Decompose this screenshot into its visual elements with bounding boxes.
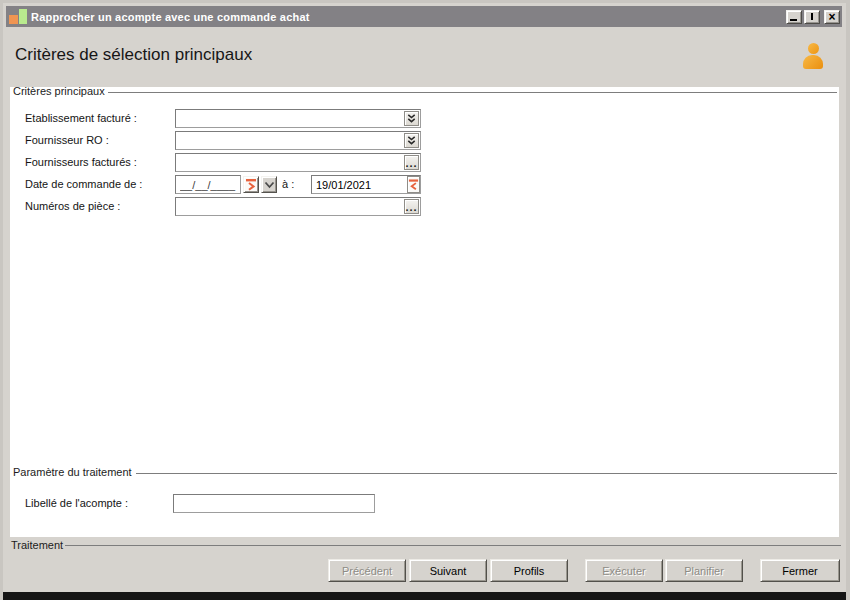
ellipsis-icon: ... bbox=[405, 161, 417, 165]
field-label-fournisseurs-factures: Fournisseurs facturés : bbox=[25, 156, 137, 168]
minimize-button[interactable] bbox=[786, 10, 802, 24]
numeros-piece-input[interactable] bbox=[175, 197, 421, 216]
title-bar[interactable]: Rapprocher un acompte avec une commande … bbox=[6, 6, 842, 27]
date-next-icon bbox=[245, 178, 257, 191]
double-chevron-down-icon bbox=[406, 135, 417, 146]
precedent-button[interactable]: Précédent bbox=[328, 559, 406, 582]
profils-button[interactable]: Profils bbox=[490, 559, 568, 582]
fermer-button[interactable]: Fermer bbox=[760, 559, 840, 582]
numeros-piece-field: ... bbox=[175, 197, 421, 216]
etablissement-input[interactable] bbox=[175, 109, 421, 128]
chevron-down-icon bbox=[264, 181, 275, 189]
maximize-icon bbox=[811, 13, 813, 20]
fournisseurs-factures-field: ... bbox=[175, 153, 421, 172]
double-chevron-down-icon bbox=[406, 113, 417, 124]
fournisseur-ro-field bbox=[175, 131, 421, 150]
date-to-field bbox=[311, 175, 421, 194]
criteria-group-divider bbox=[108, 92, 837, 93]
planifier-button[interactable]: Planifier bbox=[665, 559, 743, 582]
fournisseur-ro-expand-button[interactable] bbox=[404, 133, 419, 148]
date-from-input[interactable] bbox=[175, 175, 241, 194]
date-to-picker-button[interactable] bbox=[407, 176, 420, 193]
date-from-picker-button[interactable] bbox=[243, 176, 259, 193]
criteria-panel: Critères principaux Etablissement factur… bbox=[10, 87, 839, 537]
date-from-dropdown-button[interactable] bbox=[261, 176, 277, 193]
params-group-legend: Paramètre du traitement bbox=[13, 466, 132, 478]
date-prev-icon bbox=[408, 178, 419, 191]
treatment-group-divider bbox=[65, 545, 841, 546]
ellipsis-icon: ... bbox=[405, 205, 417, 209]
criteria-group-legend: Critères principaux bbox=[13, 85, 105, 97]
close-button[interactable]: × bbox=[824, 10, 840, 24]
suivant-button[interactable]: Suivant bbox=[409, 559, 487, 582]
field-label-etablissement: Etablissement facturé : bbox=[25, 112, 137, 124]
date-to-input[interactable] bbox=[311, 175, 421, 194]
close-icon: × bbox=[829, 12, 836, 22]
numeros-piece-browse-button[interactable]: ... bbox=[404, 199, 419, 214]
bar-chart-icon-orange-bar bbox=[9, 15, 18, 24]
field-label-date-commande: Date de commande de : bbox=[25, 178, 142, 190]
bar-chart-icon bbox=[9, 9, 27, 24]
window: Rapprocher un acompte avec une commande … bbox=[0, 0, 850, 600]
etablissement-expand-button[interactable] bbox=[404, 111, 419, 126]
field-label-date-to: à : bbox=[282, 178, 294, 190]
minimize-icon bbox=[790, 19, 797, 21]
field-label-numeros-piece: Numéros de pièce : bbox=[25, 200, 120, 212]
params-group-divider bbox=[136, 473, 837, 474]
user-icon bbox=[802, 43, 824, 71]
libelle-acompte-input[interactable] bbox=[173, 494, 375, 513]
window-title: Rapprocher un acompte avec une commande … bbox=[31, 11, 784, 23]
user-icon-head bbox=[808, 43, 819, 54]
bar-chart-icon-green-bar bbox=[19, 9, 27, 24]
executer-button[interactable]: Exécuter bbox=[585, 559, 663, 582]
field-label-fournisseur-ro: Fournisseur RO : bbox=[25, 134, 109, 146]
page-title: Critères de sélection principaux bbox=[15, 45, 252, 65]
window-bottom-edge bbox=[3, 592, 846, 600]
etablissement-field bbox=[175, 109, 421, 128]
window-controls: × bbox=[784, 10, 840, 24]
maximize-button[interactable] bbox=[804, 10, 820, 24]
fournisseurs-factures-input[interactable] bbox=[175, 153, 421, 172]
fournisseur-ro-input[interactable] bbox=[175, 131, 421, 150]
user-icon-body bbox=[803, 55, 823, 69]
field-label-libelle-acompte: Libellé de l'acompte : bbox=[25, 497, 128, 509]
fournisseurs-factures-browse-button[interactable]: ... bbox=[404, 155, 419, 170]
treatment-group-legend: Traitement bbox=[11, 539, 67, 551]
